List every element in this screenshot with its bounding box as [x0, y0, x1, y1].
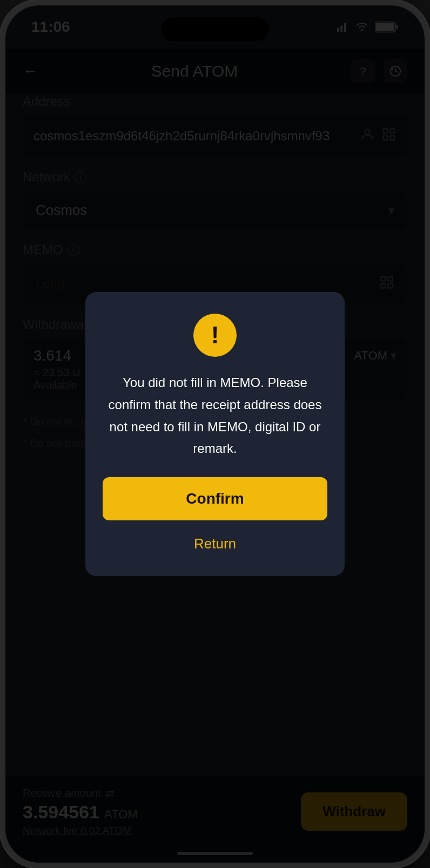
modal-overlay: ! You did not fill in MEMO. Please confi… [5, 5, 425, 863]
modal-confirm-button[interactable]: Confirm [103, 477, 327, 520]
phone-frame: 11:06 ← Send ATOM ? [0, 0, 430, 868]
modal-card: ! You did not fill in MEMO. Please confi… [85, 292, 345, 576]
phone-screen: 11:06 ← Send ATOM ? [5, 5, 425, 863]
modal-warning-icon: ! [211, 323, 219, 347]
modal-warning-icon-wrap: ! [193, 314, 237, 357]
modal-return-button[interactable]: Return [194, 529, 236, 559]
modal-message: You did not fill in MEMO. Please confirm… [103, 372, 327, 460]
